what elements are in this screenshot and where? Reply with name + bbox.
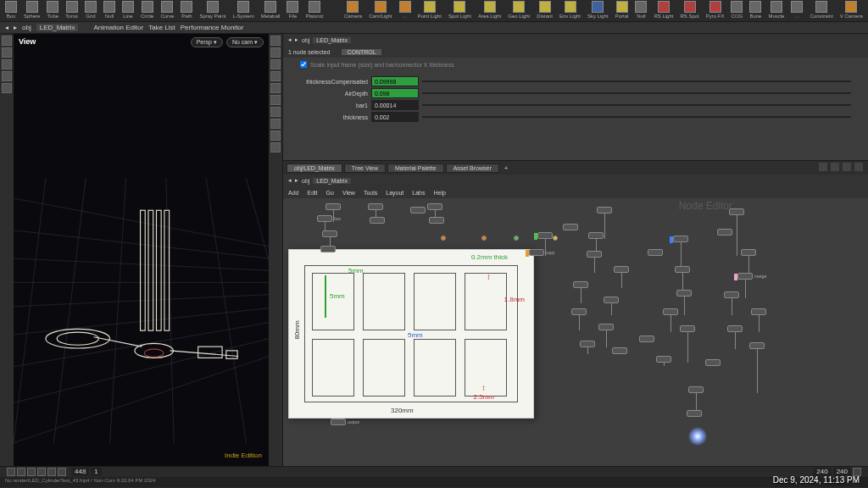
network-node[interactable]: merge xyxy=(737,273,766,280)
shelf-item[interactable]: Metaball xyxy=(259,0,282,19)
network-node[interactable] xyxy=(680,325,695,332)
shelf-item[interactable]: Bone xyxy=(748,0,763,19)
network-node[interactable] xyxy=(597,207,612,214)
shelf-item[interactable]: Box xyxy=(3,0,19,19)
network-node[interactable] xyxy=(663,308,678,315)
menu-item[interactable]: Edit xyxy=(307,190,317,196)
network-node[interactable] xyxy=(675,266,690,273)
tool-button[interactable] xyxy=(270,47,281,58)
tool-button[interactable] xyxy=(270,83,281,93)
shelf-item[interactable]: ... xyxy=(398,0,413,19)
menu-item[interactable]: Add xyxy=(288,190,298,196)
shelf-item[interactable]: Platonic xyxy=(303,0,325,19)
arrow-right-icon[interactable]: ▸ xyxy=(295,36,298,43)
path-node[interactable]: LED_Matrix xyxy=(36,24,79,31)
shelf-item[interactable]: Spray Paint xyxy=(198,0,227,19)
network-node[interactable] xyxy=(370,217,385,224)
network-node[interactable] xyxy=(612,347,627,354)
network-node[interactable] xyxy=(614,266,629,273)
shelf-item[interactable]: Curve xyxy=(159,0,175,19)
tab-control[interactable]: CONTROL xyxy=(342,49,381,55)
arrow-left-icon[interactable]: ◂ xyxy=(288,177,292,184)
network-node[interactable] xyxy=(580,341,595,347)
param-value[interactable]: 0.098 xyxy=(371,88,419,98)
menu-item[interactable]: Layout xyxy=(386,190,403,196)
param-value[interactable]: 0.09998 xyxy=(371,76,419,86)
shelf-tab[interactable]: Take List xyxy=(148,24,175,31)
network-node[interactable] xyxy=(368,203,383,210)
tool-button[interactable] xyxy=(2,36,12,46)
output-glow-node[interactable] xyxy=(688,427,707,446)
shelf-item[interactable]: Torus xyxy=(64,0,80,19)
shelf-tab[interactable]: Performance Monitor xyxy=(181,24,244,31)
tool-button[interactable] xyxy=(2,47,12,58)
tool-button[interactable] xyxy=(270,119,281,129)
network-tab[interactable]: Material Palette xyxy=(387,164,444,173)
net-tool-icon[interactable] xyxy=(819,163,827,171)
network-node[interactable] xyxy=(741,249,756,256)
menu-item[interactable]: Help xyxy=(433,190,445,196)
param-slider[interactable] xyxy=(422,104,851,106)
shelf-item[interactable]: RS Spot xyxy=(678,0,700,19)
network-node[interactable] xyxy=(749,342,765,349)
shelf-item[interactable]: Line xyxy=(120,0,136,19)
network-node[interactable] xyxy=(326,203,341,210)
network-dot[interactable] xyxy=(553,236,558,241)
shelf-item[interactable]: Portal xyxy=(614,0,631,19)
shelf-item[interactable]: Constraint xyxy=(808,0,834,19)
network-node[interactable] xyxy=(639,336,654,342)
network-node[interactable] xyxy=(604,297,619,303)
network-node[interactable] xyxy=(598,324,614,330)
path-prefix[interactable]: obj xyxy=(302,37,309,43)
shelf-item[interactable]: Tube xyxy=(45,0,60,19)
network-tab[interactable]: Tree View xyxy=(344,164,386,173)
shelf-item[interactable]: COG xyxy=(729,0,744,19)
network-node[interactable] xyxy=(322,230,337,237)
network-node[interactable] xyxy=(687,410,702,417)
path-node[interactable]: LED_Matrix xyxy=(313,37,351,43)
network-node[interactable] xyxy=(729,208,744,215)
shelf-item[interactable]: Env Light xyxy=(558,0,582,19)
prev-frame-button[interactable] xyxy=(17,468,25,476)
network-node[interactable] xyxy=(587,251,602,258)
menu-item[interactable]: Labs xyxy=(412,190,425,196)
network-node[interactable] xyxy=(410,207,426,214)
tool-button[interactable] xyxy=(270,59,281,69)
shelf-item[interactable]: V Camera xyxy=(838,0,865,19)
param-slider[interactable] xyxy=(422,92,851,94)
tool-button[interactable] xyxy=(270,142,281,152)
network-node[interactable] xyxy=(648,249,663,256)
shelf-item[interactable]: Pyro FX xyxy=(704,0,726,19)
scale-checkbox[interactable] xyxy=(300,61,307,68)
shelf-item[interactable]: Null xyxy=(633,0,648,19)
last-frame-button[interactable] xyxy=(58,468,66,476)
shelf-item[interactable]: Muscle xyxy=(766,0,786,19)
nocam-dropdown[interactable]: No cam ▾ xyxy=(226,37,264,47)
network-node[interactable] xyxy=(427,203,442,210)
net-tool-icon[interactable] xyxy=(854,163,863,171)
network-node[interactable] xyxy=(537,232,553,239)
arrow-left-icon[interactable]: ◂ xyxy=(288,36,292,43)
camera-dropdown[interactable]: Persp ▾ xyxy=(191,37,223,47)
network-dot[interactable] xyxy=(514,236,519,241)
arrow-right-icon[interactable]: ▸ xyxy=(295,177,298,184)
network-tab[interactable]: Asset Browser xyxy=(446,164,499,173)
network-node[interactable] xyxy=(724,291,739,298)
network-dot[interactable] xyxy=(481,236,487,241)
net-tool-icon[interactable] xyxy=(843,163,851,171)
3d-viewport[interactable]: View Persp ▾ No cam ▾ xyxy=(14,34,269,466)
path-node[interactable]: LED_Matrix xyxy=(313,178,351,184)
network-node[interactable] xyxy=(320,246,336,252)
shelf-item[interactable]: ... xyxy=(789,0,804,19)
menu-item[interactable]: Go xyxy=(326,190,334,196)
network-node[interactable] xyxy=(727,325,743,332)
tool-button[interactable] xyxy=(270,130,281,141)
tool-button[interactable] xyxy=(270,107,281,117)
shelf-item[interactable]: Distant xyxy=(535,0,554,19)
path-prefix[interactable]: obj xyxy=(302,178,309,184)
shelf-item[interactable]: Cam/Light xyxy=(367,0,393,19)
network-node[interactable] xyxy=(573,281,588,288)
shelf-item[interactable]: Sky Light xyxy=(586,0,610,19)
network-node[interactable]: output xyxy=(331,419,359,425)
tool-button[interactable] xyxy=(2,83,12,93)
